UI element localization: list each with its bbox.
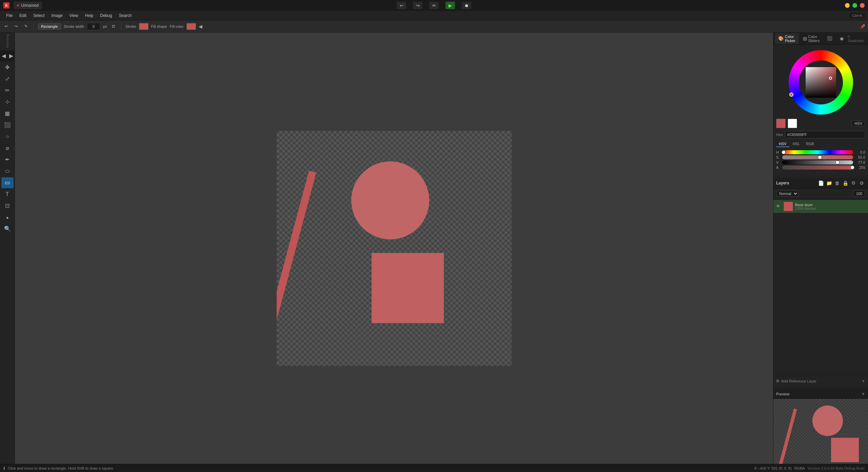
document-tab[interactable]: Unnamed <box>14 2 42 9</box>
panel-divider-2 <box>773 387 868 388</box>
tab-palette[interactable]: ◉ <box>836 35 847 42</box>
add-reference-layer-button[interactable]: ⊞ Add Reference Layer ▼ <box>773 376 868 386</box>
main-canvas[interactable] <box>277 131 512 366</box>
lock-layer-button[interactable]: 🔒 <box>842 179 849 187</box>
color-wheel[interactable] <box>789 50 853 115</box>
opacity-input[interactable] <box>853 190 865 197</box>
close-button[interactable] <box>860 3 865 8</box>
alpha-slider-track[interactable] <box>782 165 853 170</box>
lasso-tool[interactable]: ○ <box>1 131 14 142</box>
text-tool[interactable]: T <box>1 189 14 200</box>
rectangle-tool[interactable]: ▭ <box>1 177 14 188</box>
tab-color-sliders[interactable]: ▤ Color Sliders <box>800 33 823 44</box>
transform-tool[interactable]: ⤢ <box>1 74 14 84</box>
fill-tool[interactable]: ▦ <box>1 108 14 119</box>
hsv-tab[interactable]: HSV <box>776 141 789 147</box>
record-button[interactable]: ⏺ <box>462 2 471 9</box>
move-tool[interactable]: ✥ <box>1 62 14 73</box>
preview-canvas <box>773 399 868 464</box>
redo-toolbar-button[interactable]: ↪ <box>13 23 20 29</box>
menu-debug[interactable]: Debug <box>97 12 115 19</box>
nav-next-tool[interactable]: ▶ <box>7 51 15 61</box>
canvas-area[interactable] <box>15 33 773 464</box>
saturation-value-square[interactable] <box>806 67 836 98</box>
status-icon: ℹ <box>3 466 5 471</box>
layer-visibility-icon[interactable]: 👁 <box>776 204 782 209</box>
fill-color-swatch[interactable] <box>186 23 196 30</box>
patch-tool[interactable]: ⌀ <box>1 143 14 154</box>
stroke-width-input[interactable] <box>87 23 100 30</box>
menu-help[interactable]: Help <box>82 12 97 19</box>
current-color-swatch[interactable] <box>776 119 786 128</box>
menu-view[interactable]: View <box>66 12 82 19</box>
brush-settings-button[interactable]: ✏ <box>429 2 439 9</box>
previous-color-swatch[interactable] <box>788 119 797 128</box>
preview-expand-icon[interactable]: ▼ <box>861 392 865 396</box>
saturation-slider-label: S <box>776 155 780 159</box>
maximize-button[interactable] <box>852 3 857 8</box>
title-bar: K Unnamed ↩ ↪ ✏ ▶ ⏺ <box>0 0 868 11</box>
canvas-pin-icon[interactable]: 📌 <box>860 24 865 29</box>
menu-image[interactable]: Image <box>48 12 66 19</box>
freehand-tool[interactable]: ✏ <box>1 85 14 96</box>
right-panel: 🎨 Color Picker ▤ Color Sliders ⬛ ◉ 0 Swa… <box>773 33 868 464</box>
hue-indicator <box>789 93 793 97</box>
stroke-color-swatch[interactable] <box>139 23 149 30</box>
layer-item[interactable]: 👁 Base layer 100% Normal <box>773 200 868 213</box>
color-mode-selector[interactable]: HSV <box>851 120 865 126</box>
menu-search[interactable]: Search <box>116 12 135 19</box>
color-space-tabs: HSV HSL RGB <box>776 140 865 148</box>
redo-button[interactable]: ↪ <box>413 2 422 9</box>
layers-blend-toolbar: Normal <box>773 189 868 199</box>
hex-input[interactable] <box>785 131 865 138</box>
gradient-tool[interactable]: ⬛ <box>1 120 14 131</box>
tab-swatches[interactable]: ⬛ <box>824 35 836 42</box>
zoom-tool[interactable]: 🔍 <box>1 223 14 234</box>
pen-tool[interactable]: ✒ <box>1 154 14 165</box>
canvas-rectangle-shape <box>372 253 444 323</box>
swatches-tab-icon: ⬛ <box>827 36 832 41</box>
toolbar-sep-1 <box>34 23 34 30</box>
menu-bar: File Edit Select Image View Help Debug S… <box>0 11 868 20</box>
preview-rect-shape <box>831 438 859 462</box>
new-group-button[interactable]: 📁 <box>825 179 833 187</box>
eyedropper-tool[interactable]: ⬥ <box>1 212 14 223</box>
menu-select[interactable]: Select <box>30 12 48 19</box>
play-button[interactable]: ▶ <box>446 2 455 9</box>
undo-toolbar-button[interactable]: ↩ <box>3 23 10 29</box>
stroke-toggle-button[interactable]: ⊡ <box>110 23 117 29</box>
ellipse-tool[interactable]: ⬭ <box>1 166 14 177</box>
sliders-tab-label: Color Sliders <box>808 35 820 43</box>
title-bar-center: ↩ ↪ ✏ ▶ ⏺ <box>397 2 471 9</box>
preview-panel: Preview ▼ <box>773 389 868 464</box>
window-controls <box>845 3 865 8</box>
brush-toolbar-button[interactable]: ✎ <box>22 23 29 29</box>
toolbar: ↩ ↪ ✎ Rectangle Stroke width px ⊡ Stroke… <box>0 20 868 33</box>
tab-color-picker[interactable]: 🎨 Color Picker <box>775 33 799 44</box>
hue-slider-label: H <box>776 150 780 154</box>
hue-slider-track[interactable] <box>782 150 853 154</box>
crop-tool[interactable]: ⊡ <box>1 200 14 211</box>
hsl-tab[interactable]: HSL <box>790 141 803 147</box>
layer-settings-button[interactable]: ⚙ <box>858 179 865 187</box>
toolbar-arrow-button[interactable]: ◀ <box>199 24 202 29</box>
rgb-tab[interactable]: RGB <box>803 141 817 147</box>
menu-file[interactable]: File <box>3 12 16 19</box>
layer-name: Base layer <box>795 203 865 207</box>
value-slider-track[interactable] <box>782 160 853 164</box>
main-area: Painting ◀ ▶ ✥ ⤢ ✏ ⊹ ▦ ⬛ ○ ⌀ ✒ ⬭ ▭ T ⊡ ⬥… <box>0 33 868 464</box>
nav-prev-tool[interactable]: ◀ <box>0 51 7 61</box>
ruler-tool[interactable]: ⊹ <box>1 97 14 107</box>
minimize-button[interactable] <box>845 3 850 8</box>
blend-mode-selector[interactable]: Normal <box>776 191 798 197</box>
shape-selector[interactable]: Rectangle <box>38 23 61 29</box>
delete-layer-button[interactable]: 🗑 <box>833 179 841 187</box>
layers-panel-title: Layers <box>776 181 815 185</box>
new-layer-button[interactable]: 📄 <box>817 179 825 187</box>
menu-edit[interactable]: Edit <box>16 12 30 19</box>
saturation-slider-track[interactable] <box>782 155 853 159</box>
duplicate-layer-button[interactable]: ⧉ <box>850 179 857 187</box>
undo-button[interactable]: ↩ <box>397 2 406 9</box>
status-hint-text: Click and move to draw a rectangle. Hold… <box>8 466 751 470</box>
layer-meta: 100% Normal <box>795 207 865 211</box>
